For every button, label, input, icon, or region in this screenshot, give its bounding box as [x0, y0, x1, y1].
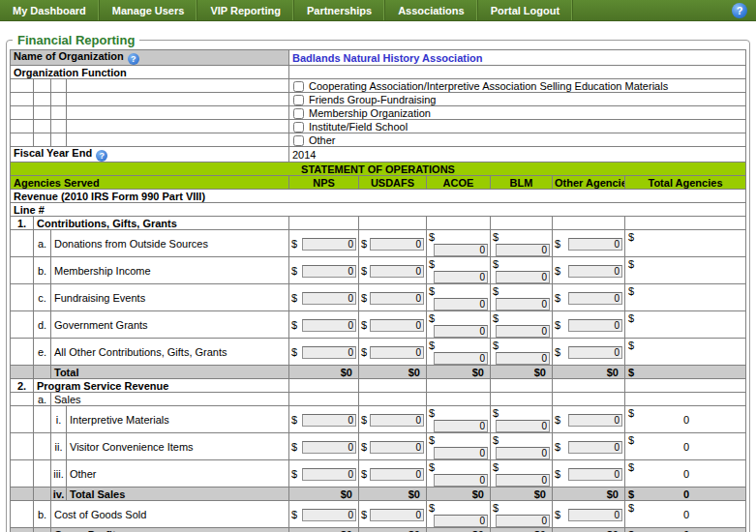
amount-input[interactable] — [370, 441, 424, 454]
currency-symbol: $ — [429, 460, 435, 473]
amount-input[interactable] — [370, 346, 424, 359]
grid-cell — [34, 433, 51, 460]
amount-input[interactable] — [568, 319, 622, 332]
amount-input[interactable] — [370, 414, 424, 427]
amount-input[interactable] — [496, 271, 550, 283]
amount-input[interactable] — [496, 447, 550, 459]
row-total-cell: $0 — [625, 488, 746, 501]
amount-input[interactable] — [434, 420, 488, 432]
amount-input[interactable] — [568, 414, 622, 427]
statement-row: a.Donations from Outside Sources$$$$$$ — [11, 230, 746, 257]
amount-cell: $ — [359, 230, 427, 257]
amount-input[interactable] — [568, 238, 622, 251]
financial-reporting-panel: Financial Reporting Name of Organization… — [6, 33, 750, 532]
amount-input[interactable] — [434, 298, 488, 310]
line-roman: i. — [51, 406, 67, 433]
function-checkbox[interactable] — [293, 81, 304, 92]
nav-item-partnerships[interactable]: Partnerships — [294, 0, 385, 20]
amount-input[interactable] — [302, 441, 356, 454]
function-checkbox[interactable] — [293, 135, 304, 146]
nav-item-portal-logout[interactable]: Portal Logout — [478, 0, 574, 20]
amount-input[interactable] — [370, 509, 424, 521]
amount-input[interactable] — [568, 441, 622, 454]
org-header-rows: Name of Organization? Badlands Natural H… — [11, 50, 746, 79]
amount-input[interactable] — [302, 509, 356, 521]
amount-input[interactable] — [302, 265, 356, 278]
currency-symbol: $ — [429, 501, 435, 514]
currency-symbol: $ — [291, 345, 297, 358]
portal-help-icon[interactable]: ? — [732, 3, 747, 18]
amount-input[interactable] — [302, 346, 356, 359]
amount-input[interactable] — [434, 447, 488, 459]
amount-input[interactable] — [302, 468, 356, 481]
total-amount: $0 — [427, 528, 491, 532]
row-label: Total Sales — [67, 488, 289, 501]
amount-input[interactable] — [568, 509, 622, 521]
statement-row: b.Cost of Goods Sold$$$$$$0 — [11, 501, 746, 528]
amount-cell: $ — [553, 433, 625, 460]
amount-input[interactable] — [434, 325, 488, 338]
amount-input[interactable] — [496, 474, 550, 487]
row-label: Fundraising Events — [51, 284, 289, 311]
currency-symbol: $ — [291, 508, 297, 520]
nav-item-manage-users[interactable]: Manage Users — [100, 0, 198, 20]
amount-input[interactable] — [496, 244, 550, 256]
amount-input[interactable] — [302, 292, 356, 305]
amount-input[interactable] — [568, 292, 622, 305]
amount-input[interactable] — [568, 346, 622, 359]
function-checkbox[interactable] — [293, 122, 304, 133]
org-name-help-icon[interactable]: ? — [128, 53, 139, 65]
agencies-header-row: Agencies ServedNPSUSDAFSACOEBLMOther Age… — [11, 176, 746, 190]
amount-input[interactable] — [434, 271, 488, 283]
amount-cell: $ — [553, 257, 625, 284]
nav-item-my-dashboard[interactable]: My Dashboard — [0, 0, 100, 20]
amount-input[interactable] — [568, 265, 622, 278]
function-checkbox[interactable] — [293, 108, 304, 119]
amount-input[interactable] — [496, 325, 550, 338]
function-checkbox[interactable] — [293, 95, 304, 105]
amount-input[interactable] — [434, 352, 488, 365]
statement-row: e.All Other Contributions, Gifts, Grants… — [11, 339, 746, 366]
amount-input[interactable] — [434, 244, 488, 256]
grid-cell — [11, 311, 34, 339]
amount-input[interactable] — [370, 468, 424, 481]
amount-input[interactable] — [496, 515, 550, 527]
statement-row: 1.Contributions, Gifts, Grants — [11, 217, 746, 230]
amount-input[interactable] — [434, 515, 488, 527]
currency-symbol: $ — [361, 440, 367, 453]
amount-input[interactable] — [568, 468, 622, 481]
function-option-cell: Friends Group-Fundraising — [289, 93, 746, 106]
grid-cell — [11, 393, 34, 406]
fiscal-year-help-icon[interactable]: ? — [96, 150, 107, 162]
amount-input[interactable] — [302, 414, 356, 427]
amount-input[interactable] — [370, 265, 424, 278]
currency-symbol: $ — [555, 345, 560, 358]
amount-input[interactable] — [496, 352, 550, 365]
amount-cell: $ — [359, 284, 427, 311]
amount-cell: $ — [491, 230, 553, 257]
row-label: Interpretive Materials — [67, 406, 289, 433]
amount-cell: $ — [491, 339, 553, 366]
amount-input[interactable] — [434, 474, 488, 487]
nav-item-vip-reporting[interactable]: VIP Reporting — [197, 0, 294, 20]
amount-input[interactable] — [302, 319, 356, 332]
amount-cell: $ — [427, 339, 491, 366]
currency-symbol: $ — [555, 237, 560, 250]
statement-row: c.Fundraising Events$$$$$$ — [11, 284, 746, 311]
amount-input[interactable] — [496, 298, 550, 310]
amount-input[interactable] — [302, 238, 356, 251]
currency-symbol: $ — [555, 318, 560, 331]
currency-symbol: $ — [555, 440, 560, 453]
fiscal-year-row: Fiscal Year End? 2014 — [11, 147, 746, 163]
amount-input[interactable] — [370, 292, 424, 305]
amount-cell: $ — [553, 460, 625, 488]
amount-input[interactable] — [370, 319, 424, 332]
amount-input[interactable] — [496, 420, 550, 432]
statement-row: i.Interpretive Materials$$$$$$0 — [11, 406, 746, 433]
grid-cell — [11, 120, 34, 133]
nav-item-associations[interactable]: Associations — [385, 0, 477, 20]
amount-cell: $ — [553, 339, 625, 366]
row-total-cell: $ — [625, 366, 746, 379]
amount-cell: $ — [289, 406, 359, 433]
amount-input[interactable] — [370, 238, 424, 251]
